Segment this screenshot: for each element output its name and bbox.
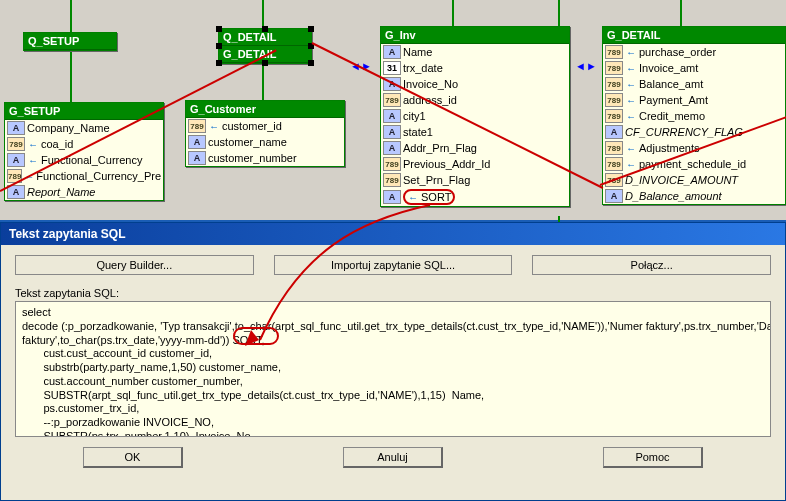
arrow-left-icon: ← xyxy=(625,47,637,58)
number-type-icon: 789 xyxy=(383,93,401,107)
toolbar: Query Builder... Importuj zapytanie SQL.… xyxy=(15,255,771,275)
field-row[interactable]: Acity1 xyxy=(381,108,569,124)
arrow-left-icon: ← xyxy=(625,79,637,90)
resize-handle[interactable] xyxy=(308,26,314,32)
field-label: Invoice_No xyxy=(403,78,458,90)
group-rows: 789←customer_idAcustomer_nameAcustomer_n… xyxy=(186,118,344,166)
field-row[interactable]: 789address_id xyxy=(381,92,569,108)
number-type-icon: 789 xyxy=(605,93,623,107)
field-label: state1 xyxy=(403,126,433,138)
field-row[interactable]: Acustomer_name xyxy=(186,134,344,150)
text-type-icon: A xyxy=(383,141,401,155)
number-type-icon: 789 xyxy=(605,141,623,155)
field-row[interactable]: 789Set_Prn_Flag xyxy=(381,172,569,188)
number-type-icon: 789 xyxy=(605,45,623,59)
resize-handle[interactable] xyxy=(308,60,314,66)
connector xyxy=(452,0,454,26)
field-label: Set_Prn_Flag xyxy=(403,174,470,186)
number-type-icon: 789 xyxy=(383,157,401,171)
field-row[interactable]: AReport_Name xyxy=(5,184,163,200)
connector xyxy=(70,0,72,32)
group-g-detail-right[interactable]: G_DETAIL 789←purchase_order789←Invoice_a… xyxy=(602,26,786,205)
group-g-inv[interactable]: G_Inv AName31trx_dateAInvoice_No789addre… xyxy=(380,26,570,207)
field-row[interactable]: 789←customer_id xyxy=(186,118,344,134)
diagram-canvas[interactable]: Q_SETUP Q_DETAIL G_DETAIL G_SETUP ACompa… xyxy=(0,0,786,222)
field-label: Company_Name xyxy=(27,122,110,134)
field-label: customer_id xyxy=(222,120,282,132)
arrow-left-icon: ← xyxy=(625,143,637,154)
field-row[interactable]: 789←coa_id xyxy=(5,136,163,152)
number-type-icon: 789 xyxy=(605,61,623,75)
arrow-left-icon: ← xyxy=(407,192,419,203)
field-label: D_INVOICE_AMOUNT xyxy=(625,174,738,186)
resize-handle[interactable] xyxy=(262,60,268,66)
group-g-setup[interactable]: G_SETUP ACompany_Name789←coa_idA←Functio… xyxy=(4,102,164,201)
text-type-icon: A xyxy=(188,151,206,165)
field-row[interactable]: 789←Adjustments xyxy=(603,140,785,156)
field-label: Name xyxy=(403,46,432,58)
field-row[interactable]: 789←purchase_order xyxy=(603,44,785,60)
arrow-left-icon: ← xyxy=(625,111,637,122)
text-type-icon: A xyxy=(383,109,401,123)
field-label: D_Balance_amount xyxy=(625,190,722,202)
sql-dialog: Tekst zapytania SQL Query Builder... Imp… xyxy=(0,222,786,501)
field-row[interactable]: AName xyxy=(381,44,569,60)
number-type-icon: 789 xyxy=(188,119,206,133)
connector xyxy=(558,0,560,26)
import-sql-button[interactable]: Importuj zapytanie SQL... xyxy=(274,255,513,275)
field-row[interactable]: Acustomer_number xyxy=(186,150,344,166)
help-button[interactable]: Pomoc xyxy=(603,447,703,468)
resize-handle[interactable] xyxy=(262,26,268,32)
group-rows: 789←purchase_order789←Invoice_amt789←Bal… xyxy=(603,44,785,204)
resize-handle[interactable] xyxy=(216,26,222,32)
field-label: Addr_Prn_Flag xyxy=(403,142,477,154)
svg-marker-0 xyxy=(245,330,259,346)
ok-button[interactable]: OK xyxy=(83,447,183,468)
field-row[interactable]: AAddr_Prn_Flag xyxy=(381,140,569,156)
sql-textarea[interactable]: select decode (:p_porzadkowanie, 'Typ tr… xyxy=(15,301,771,437)
resize-handle[interactable] xyxy=(216,60,222,66)
text-type-icon: A xyxy=(7,153,25,167)
group-rows: ACompany_Name789←coa_idA←Functional_Curr… xyxy=(5,120,163,200)
connect-button[interactable]: Połącz... xyxy=(532,255,771,275)
arrow-left-icon: ← xyxy=(625,63,637,74)
resize-handle[interactable] xyxy=(216,43,222,49)
query-builder-button[interactable]: Query Builder... xyxy=(15,255,254,275)
number-type-icon: 789 xyxy=(605,77,623,91)
field-row[interactable]: 31trx_date xyxy=(381,60,569,76)
field-row[interactable]: 789←payment_schedule_id xyxy=(603,156,785,172)
field-row[interactable]: 789←Credit_memo xyxy=(603,108,785,124)
dialog-title: Tekst zapytania SQL xyxy=(1,223,785,245)
text-type-icon: A xyxy=(383,125,401,139)
number-type-icon: 789 xyxy=(605,109,623,123)
group-header: G_DETAIL xyxy=(603,27,785,44)
arrow-head-icon xyxy=(245,330,261,346)
connector xyxy=(70,52,72,102)
field-row[interactable]: 789←Invoice_amt xyxy=(603,60,785,76)
field-row[interactable]: Astate1 xyxy=(381,124,569,140)
field-label: Functional_Currency_Pre xyxy=(36,170,161,182)
text-type-icon: A xyxy=(383,45,401,59)
arrow-left-icon: ← xyxy=(625,159,637,170)
field-label: trx_date xyxy=(403,62,443,74)
field-label: Previous_Addr_Id xyxy=(403,158,490,170)
group-q-detail[interactable]: Q_DETAIL G_DETAIL xyxy=(218,28,312,64)
field-row[interactable]: 789←Balance_amt xyxy=(603,76,785,92)
text-type-icon: A xyxy=(7,121,25,135)
field-row[interactable]: A←Functional_Currency xyxy=(5,152,163,168)
group-q-setup[interactable]: Q_SETUP xyxy=(23,32,117,51)
connector xyxy=(680,0,682,26)
field-label: purchase_order xyxy=(639,46,716,58)
connector xyxy=(262,64,264,100)
number-type-icon: 789 xyxy=(383,173,401,187)
arrow-left-icon: ← xyxy=(625,95,637,106)
group-header: G_Customer xyxy=(186,101,344,118)
field-row[interactable]: AD_Balance_amount xyxy=(603,188,785,204)
link-arrow-icon: ◄► xyxy=(575,60,597,72)
field-row[interactable]: ACompany_Name xyxy=(5,120,163,136)
cancel-button[interactable]: Anuluj xyxy=(343,447,443,468)
field-row[interactable]: 789←Payment_Amt xyxy=(603,92,785,108)
field-row[interactable]: A←SORT xyxy=(381,188,569,206)
group-g-customer[interactable]: G_Customer 789←customer_idAcustomer_name… xyxy=(185,100,345,167)
dialog-footer: OK Anuluj Pomoc xyxy=(15,447,771,468)
